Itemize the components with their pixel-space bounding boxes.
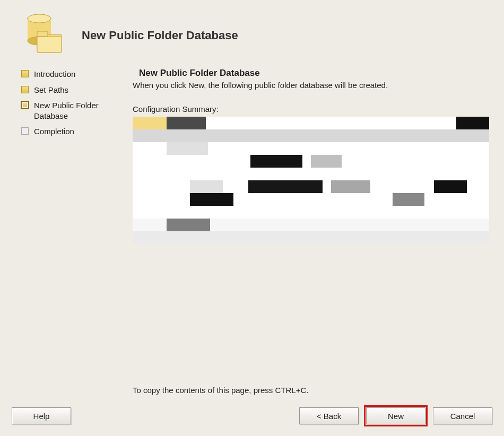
- summary-row: [133, 155, 489, 168]
- step-label: Introduction: [34, 69, 117, 80]
- help-button[interactable]: Help: [12, 407, 71, 424]
- summary-cell: [190, 193, 233, 206]
- summary-cell: [133, 117, 167, 129]
- button-row-right: < Back New Cancel: [299, 407, 492, 424]
- summary-cell: [133, 219, 167, 231]
- wizard-steps: IntroductionSet PathsNew Public Folder D…: [21, 69, 117, 142]
- summary-cell: [331, 180, 370, 193]
- summary-cell: [467, 180, 489, 193]
- summary-row: [133, 142, 489, 155]
- summary-cell: [167, 142, 208, 155]
- step-new-public-folder-database[interactable]: New Public Folder Database: [21, 100, 117, 121]
- summary-row: [133, 117, 489, 129]
- summary-label: Configuration Summary:: [133, 104, 489, 114]
- summary-cell: [223, 180, 248, 193]
- svg-rect-6: [37, 37, 62, 53]
- summary-cell: [311, 155, 342, 168]
- summary-cell: [206, 117, 456, 129]
- step-status-icon: [21, 70, 29, 77]
- summary-cell: [302, 155, 311, 168]
- summary-cell: [370, 180, 434, 193]
- summary-cell: [342, 155, 489, 168]
- wizard-title: New Public Folder Database: [82, 29, 238, 42]
- step-label: New Public Folder Database: [34, 100, 117, 121]
- summary-cell: [208, 142, 489, 155]
- summary-row: [133, 231, 489, 244]
- database-folder-icon: [21, 13, 66, 58]
- summary-cell: [424, 193, 489, 206]
- step-status-icon: [21, 86, 29, 93]
- summary-cell: [133, 155, 250, 168]
- wizard-window: New Public Folder Database IntroductionS…: [0, 0, 504, 436]
- summary-cell: [250, 155, 302, 168]
- step-status-icon: [21, 101, 29, 109]
- summary-row: [133, 180, 489, 193]
- summary-cell: [133, 206, 489, 219]
- summary-row: [133, 129, 489, 142]
- summary-cell: [393, 193, 424, 206]
- svg-rect-5: [37, 31, 48, 37]
- summary-cell: [133, 193, 190, 206]
- step-status-icon: [21, 127, 29, 135]
- button-row-left: Help: [12, 407, 71, 424]
- content-title: New Public Folder Database: [139, 68, 489, 79]
- step-set-paths[interactable]: Set Paths: [21, 85, 117, 95]
- wizard-header: New Public Folder Database: [21, 12, 488, 59]
- summary-cell: [167, 219, 210, 231]
- wizard-content: New Public Folder Database When you clic…: [133, 68, 489, 395]
- summary-cell: [133, 180, 190, 193]
- summary-cell: [133, 142, 167, 155]
- summary-cell: [133, 129, 489, 142]
- configuration-summary: [133, 117, 489, 244]
- svg-point-3: [28, 14, 51, 23]
- summary-row: [133, 206, 489, 219]
- step-label: Completion: [34, 126, 117, 137]
- summary-cell: [233, 193, 393, 206]
- copy-hint: To copy the contents of this page, press…: [133, 386, 308, 395]
- summary-cell: [323, 180, 331, 193]
- summary-cell: [133, 168, 489, 180]
- step-introduction[interactable]: Introduction: [21, 69, 117, 80]
- summary-row: [133, 193, 489, 206]
- step-completion[interactable]: Completion: [21, 126, 117, 137]
- summary-cell: [133, 231, 489, 244]
- summary-cell: [210, 219, 489, 231]
- step-label: Set Paths: [34, 85, 117, 95]
- content-description: When you click New, the following public…: [133, 81, 489, 90]
- cancel-button[interactable]: Cancel: [433, 407, 492, 424]
- summary-row: [133, 168, 489, 180]
- new-button[interactable]: New: [366, 407, 425, 424]
- summary-row: [133, 219, 489, 231]
- summary-cell: [248, 180, 323, 193]
- summary-cell: [190, 180, 223, 193]
- summary-cell: [456, 117, 489, 129]
- summary-cell: [167, 117, 206, 129]
- summary-cell: [434, 180, 467, 193]
- back-button[interactable]: < Back: [299, 407, 359, 424]
